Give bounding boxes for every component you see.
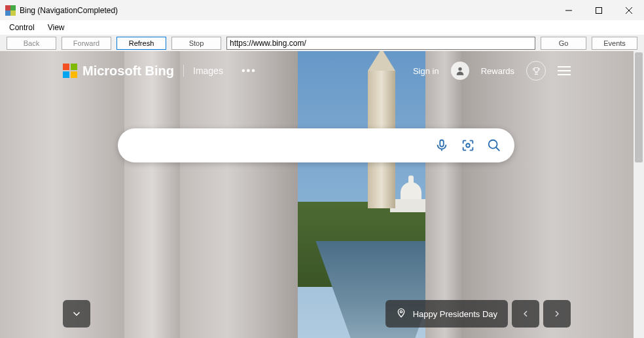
- bg-pillar: [463, 51, 634, 338]
- vertical-scrollbar-thumb[interactable]: [635, 52, 643, 162]
- stop-button[interactable]: Stop: [171, 37, 221, 50]
- webview-area: Microsoft Bing Images ••• Sign in Reward…: [0, 51, 644, 338]
- search-icon[interactable]: [487, 138, 501, 153]
- maximize-button[interactable]: [584, 0, 614, 20]
- menu-control[interactable]: Control: [3, 22, 41, 33]
- window-title: Bing (NavigationCompleted): [20, 6, 118, 15]
- bg-pillar: [124, 51, 180, 338]
- svg-rect-5: [440, 140, 444, 147]
- toolbar: Back Forward Refresh Stop Go Events: [0, 35, 644, 51]
- minimize-button[interactable]: [554, 0, 584, 20]
- refresh-button[interactable]: Refresh: [116, 37, 166, 50]
- rewards-link[interactable]: Rewards: [481, 66, 514, 76]
- info-chip[interactable]: Happy Presidents Day: [385, 300, 508, 328]
- svg-point-9: [400, 310, 402, 312]
- rewards-icon[interactable]: [526, 61, 546, 81]
- bing-header: Microsoft Bing Images ••• Sign in Reward…: [63, 60, 571, 81]
- signin-link[interactable]: Sign in: [413, 66, 439, 76]
- svg-line-8: [496, 147, 500, 151]
- microsoft-logo-icon: [63, 64, 77, 78]
- info-chip-label: Happy Presidents Day: [413, 309, 497, 319]
- camera-icon[interactable]: [461, 138, 475, 153]
- hamburger-icon[interactable]: [558, 66, 571, 75]
- svg-point-4: [458, 67, 461, 71]
- bg-pillar: [180, 51, 298, 338]
- mic-icon[interactable]: [435, 138, 449, 153]
- vertical-scrollbar-track[interactable]: [634, 51, 644, 338]
- window-controls: [554, 0, 644, 20]
- back-button[interactable]: Back: [7, 37, 56, 50]
- events-button[interactable]: Events: [592, 37, 637, 50]
- next-image-button[interactable]: [543, 300, 571, 328]
- window-titlebar: Bing (NavigationCompleted): [0, 0, 644, 20]
- forward-button[interactable]: Forward: [62, 37, 111, 50]
- more-icon[interactable]: •••: [241, 65, 257, 77]
- svg-point-7: [489, 140, 497, 149]
- bg-pillar: [0, 51, 124, 338]
- url-input[interactable]: [226, 37, 535, 50]
- close-button[interactable]: [614, 0, 644, 20]
- location-pin-icon: [396, 308, 406, 320]
- bing-brand[interactable]: Microsoft Bing: [82, 64, 174, 79]
- user-avatar-icon[interactable]: [451, 62, 469, 80]
- info-chip-row: Happy Presidents Day: [385, 300, 571, 328]
- app-icon: [5, 5, 16, 16]
- bing-page: Microsoft Bing Images ••• Sign in Reward…: [0, 51, 634, 338]
- go-button[interactable]: Go: [541, 37, 586, 50]
- prev-image-button[interactable]: [512, 300, 539, 328]
- images-link[interactable]: Images: [193, 66, 223, 76]
- scroll-down-button[interactable]: [63, 300, 90, 328]
- svg-point-6: [466, 143, 470, 147]
- search-box[interactable]: [118, 128, 514, 162]
- divider: [183, 65, 184, 77]
- svg-rect-1: [596, 7, 602, 13]
- bg-pillar: [425, 51, 465, 338]
- menu-bar: Control View: [0, 20, 644, 35]
- search-input[interactable]: [131, 140, 435, 151]
- menu-view[interactable]: View: [41, 22, 71, 33]
